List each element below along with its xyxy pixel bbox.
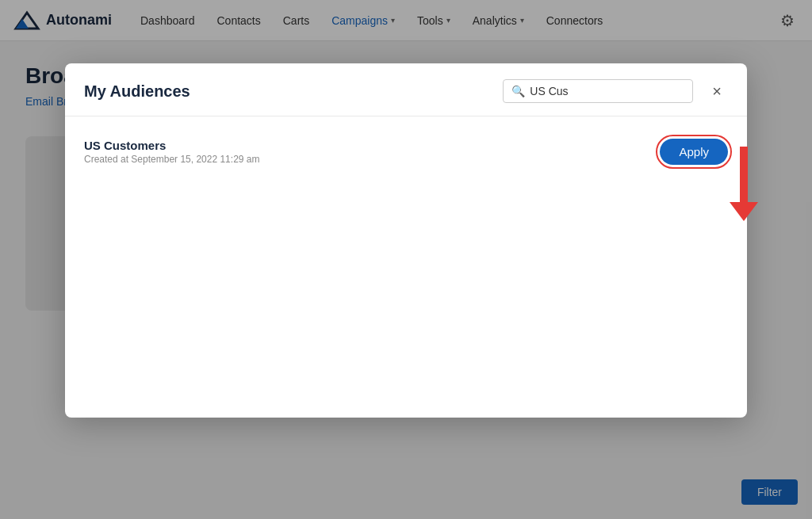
audience-name: US Customers bbox=[84, 139, 259, 152]
search-box[interactable]: 🔍 bbox=[503, 79, 693, 103]
apply-wrapper: Apply bbox=[660, 139, 728, 165]
modal-header: My Audiences 🔍 × bbox=[65, 63, 747, 116]
close-button[interactable]: × bbox=[706, 80, 728, 102]
modal-body: US Customers Created at September 15, 20… bbox=[65, 116, 747, 418]
modal-title: My Audiences bbox=[84, 82, 490, 101]
audience-info: US Customers Created at September 15, 20… bbox=[84, 139, 259, 165]
audience-row: US Customers Created at September 15, 20… bbox=[84, 132, 728, 171]
audience-created-date: Created at September 15, 2022 11:29 am bbox=[84, 154, 259, 165]
my-audiences-modal: My Audiences 🔍 × US Customers Created at… bbox=[65, 63, 747, 418]
modal-overlay: My Audiences 🔍 × US Customers Created at… bbox=[0, 0, 812, 519]
apply-button[interactable]: Apply bbox=[660, 139, 728, 165]
search-input[interactable] bbox=[530, 85, 672, 97]
search-icon: 🔍 bbox=[511, 85, 525, 97]
